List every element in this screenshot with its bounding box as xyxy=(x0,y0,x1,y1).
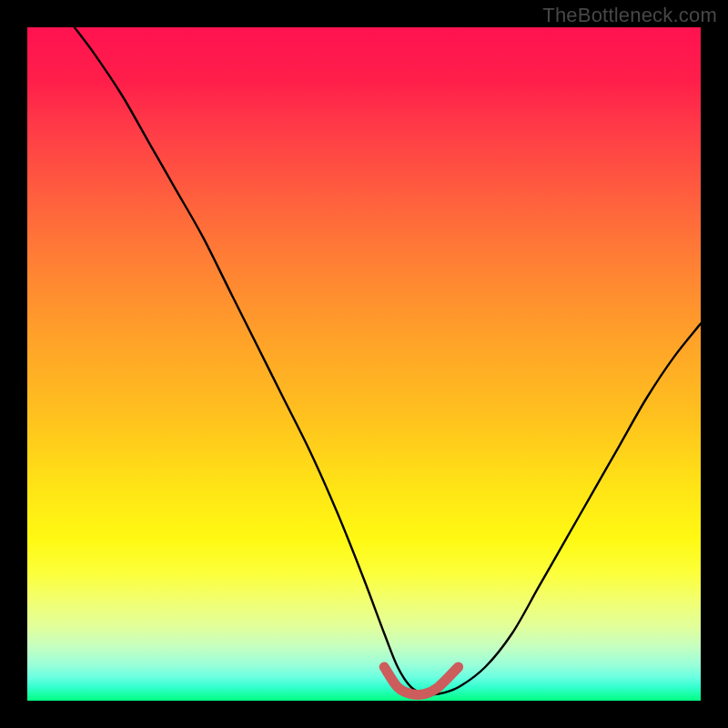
chart-stage: TheBottleneck.com xyxy=(0,0,728,728)
optimal-range-highlight xyxy=(384,667,458,695)
bottleneck-curve xyxy=(75,27,701,695)
curve-layer xyxy=(27,27,701,701)
plot-area xyxy=(27,27,701,701)
watermark-text: TheBottleneck.com xyxy=(542,4,717,27)
